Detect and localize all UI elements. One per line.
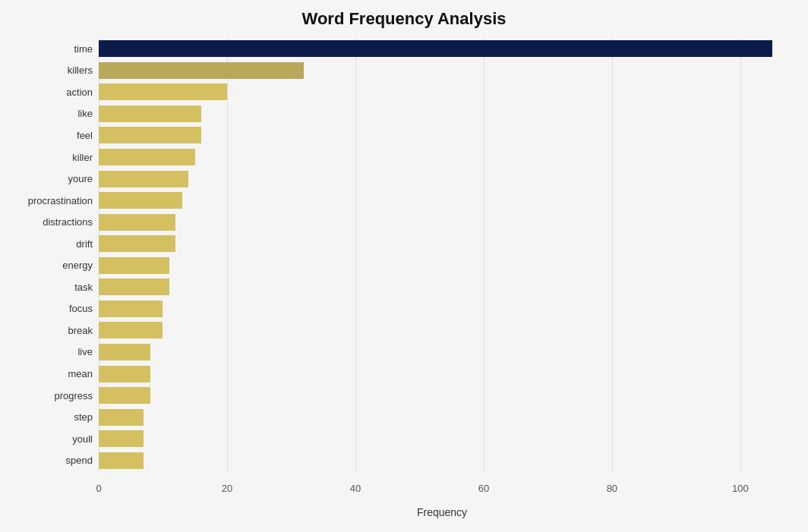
y-label: killer [0,152,93,163]
grid-line [740,38,741,471]
y-label: break [0,325,93,336]
chart-area: 020406080100timekillersactionlikefeelkil… [99,38,785,471]
x-tick-label: 100 [732,483,749,494]
bar [99,344,150,360]
bar-row: step [99,409,785,426]
y-label: live [0,346,93,357]
y-label: youre [0,173,93,184]
bar [99,83,227,100]
x-axis-title: Frequency [99,506,785,518]
bar-row: task [99,279,785,295]
bar [99,366,150,382]
bar-row: break [99,322,785,338]
bar-row: procrastination [99,192,785,209]
y-label: distractions [0,216,93,228]
bar-row: live [99,344,785,360]
bar [99,214,175,231]
y-label: killers [0,65,93,76]
bar [99,387,150,404]
bar-row: killers [99,62,785,79]
x-tick-label: 0 [96,483,101,494]
y-label: procrastination [0,195,93,206]
bar-row: drift [99,235,785,252]
y-label: youll [0,433,93,445]
chart-container: Word Frequency Analysis 020406080100time… [0,0,808,532]
grid-line [484,38,484,471]
bar [99,279,169,295]
bar-row: focus [99,301,785,317]
x-tick-label: 80 [607,483,617,494]
y-label: mean [0,368,93,379]
y-label: spend [0,455,93,466]
y-label: focus [0,303,93,314]
bar [99,257,169,274]
bar [99,149,195,165]
bar [99,409,144,426]
bar [99,171,188,187]
grid-line [355,38,356,471]
bar [99,192,182,209]
bar-row: youre [99,171,785,187]
y-label: step [0,411,93,423]
bar-row: energy [99,257,785,274]
bar [99,127,201,143]
grid-line [227,38,228,471]
grid-line [612,38,613,471]
bar [99,40,772,57]
x-tick-label: 60 [478,483,489,494]
y-label: task [0,282,93,293]
y-label: like [0,108,93,119]
x-tick-label: 40 [350,483,361,494]
bar-row: mean [99,366,785,382]
bar [99,322,163,338]
bar-row: time [99,40,785,57]
bar-row: killer [99,149,785,165]
x-tick-label: 20 [222,483,232,494]
bar [99,62,304,79]
y-label: progress [0,390,93,401]
y-label: energy [0,260,93,271]
bar-row: feel [99,127,785,143]
bar-row: progress [99,387,785,404]
bar [99,235,175,252]
bar [99,105,201,122]
bar [99,452,144,469]
bar [99,301,163,317]
y-label: time [0,43,93,55]
grid-line [99,38,99,471]
bar-row: like [99,105,785,122]
chart-title: Word Frequency Analysis [0,0,808,35]
bar-row: distractions [99,214,785,231]
bar-row: youll [99,430,785,447]
bar-row: action [99,83,785,100]
bar-row: spend [99,452,785,469]
y-label: action [0,87,93,98]
bar [99,430,144,447]
y-label: drift [0,238,93,250]
y-label: feel [0,130,93,141]
